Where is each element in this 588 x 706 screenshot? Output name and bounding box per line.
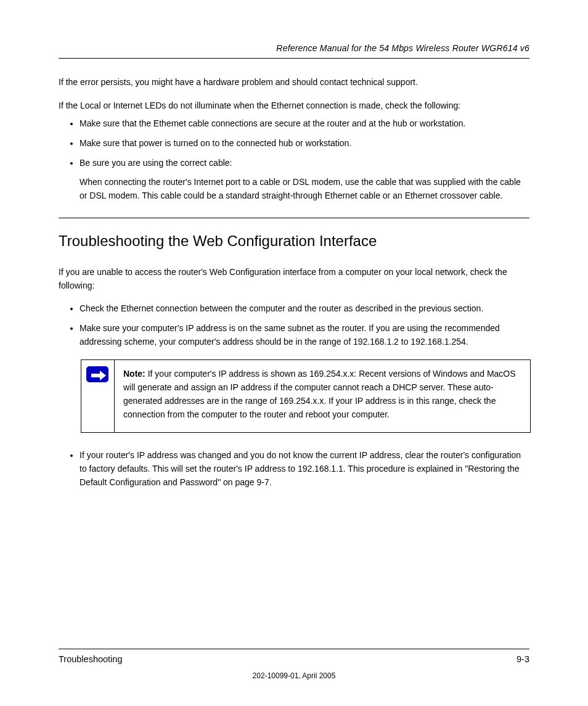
note-box: Note: If your computer's IP address is s… [81,359,531,433]
list-item: If your router's IP address was changed … [80,449,529,489]
body-content: If the error persists, you might have a … [59,76,529,489]
list-item: Make sure your computer's IP address is … [80,322,529,348]
section-list: Check the Ethernet connection between th… [59,302,529,348]
arrow-right-icon [86,366,108,382]
list-item: Make sure that power is turned on to the… [80,137,529,150]
note-label: Note: [123,369,145,379]
intro-lead: If the error persists, you might have a … [59,76,529,89]
footer-rule [59,649,529,649]
note-body: If your computer's IP address is shown a… [123,369,516,419]
note-icon-cell [81,360,115,432]
section-heading: Troubleshooting the Web Configuration In… [59,229,529,252]
header-rule [59,58,529,59]
list-item: Be sure you are using the correct cable:… [80,157,529,203]
list-item: Check the Ethernet connection between th… [80,302,529,316]
page: Reference Manual for the 54 Mbps Wireles… [0,0,588,706]
local-led-heading: If the Local or Internet LEDs do not ill… [59,99,529,113]
footer-sub: 202-10099-01, April 2005 [59,671,529,680]
after-note-list: If your router's IP address was changed … [59,449,529,489]
cable-note: When connecting the router's Internet po… [80,176,529,202]
running-header: Reference Manual for the 54 Mbps Wireles… [59,43,529,53]
section-rule [59,218,529,218]
section-para: If you are unable to access the router's… [59,266,529,292]
list-item: Make sure that the Ethernet cable connec… [80,117,529,131]
footer: Troubleshooting 9-3 202-10099-01, April … [59,649,529,680]
footer-row: Troubleshooting 9-3 [59,654,529,664]
list-item-text: Be sure you are using the correct cable: [80,158,232,168]
footer-section: Troubleshooting [59,654,122,664]
local-led-list: Make sure that the Ethernet cable connec… [59,117,529,202]
footer-page: 9-3 [517,654,529,664]
note-text: Note: If your computer's IP address is s… [115,360,530,432]
